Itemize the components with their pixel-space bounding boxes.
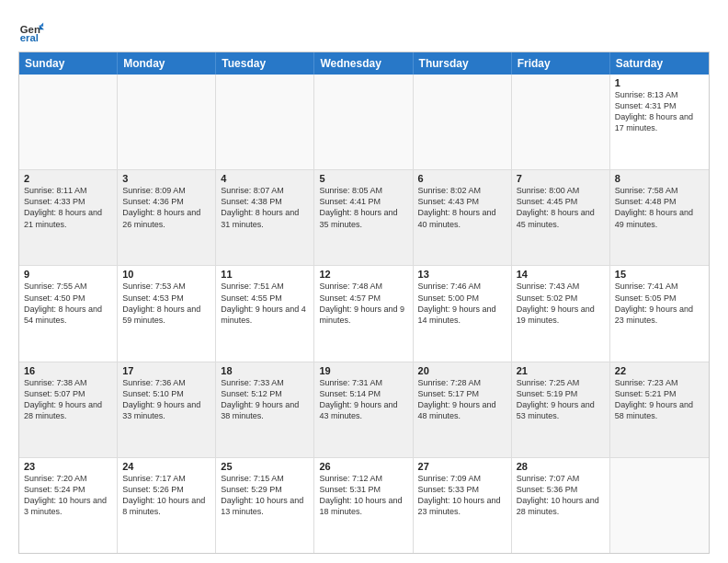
- cell-info: Sunrise: 7:55 AMSunset: 4:50 PMDaylight:…: [24, 281, 112, 326]
- cell-info: Sunrise: 7:31 AMSunset: 5:14 PMDaylight:…: [319, 377, 407, 422]
- day-number: 17: [122, 365, 210, 376]
- day-number: 8: [615, 173, 704, 184]
- logo: Gen eral: [18, 18, 46, 44]
- calendar-cell: 10Sunrise: 7:53 AMSunset: 4:53 PMDayligh…: [118, 266, 216, 361]
- day-number: 18: [221, 365, 309, 376]
- day-number: 22: [615, 365, 704, 376]
- calendar-week-row: 16Sunrise: 7:38 AMSunset: 5:07 PMDayligh…: [19, 362, 709, 457]
- day-number: 14: [517, 269, 605, 280]
- cell-info: Sunrise: 8:07 AMSunset: 4:38 PMDaylight:…: [221, 185, 309, 230]
- day-number: 24: [122, 461, 210, 472]
- calendar-cell: [314, 75, 413, 169]
- calendar-cell: 22Sunrise: 7:23 AMSunset: 5:21 PMDayligh…: [610, 362, 709, 457]
- calendar-cell: 17Sunrise: 7:36 AMSunset: 5:10 PMDayligh…: [118, 362, 216, 457]
- cell-info: Sunrise: 8:13 AMSunset: 4:31 PMDaylight:…: [615, 89, 704, 134]
- cell-info: Sunrise: 7:23 AMSunset: 5:21 PMDaylight:…: [615, 377, 704, 422]
- cell-info: Sunrise: 8:09 AMSunset: 4:36 PMDaylight:…: [122, 185, 210, 230]
- calendar-cell: 11Sunrise: 7:51 AMSunset: 4:55 PMDayligh…: [216, 266, 314, 361]
- calendar-cell: [19, 75, 118, 169]
- day-number: 7: [517, 173, 605, 184]
- day-number: 23: [24, 461, 112, 472]
- calendar-cell: 23Sunrise: 7:20 AMSunset: 5:24 PMDayligh…: [19, 458, 118, 553]
- day-number: 9: [24, 269, 112, 280]
- day-number: 6: [418, 173, 506, 184]
- day-number: 16: [24, 365, 112, 376]
- cell-info: Sunrise: 7:28 AMSunset: 5:17 PMDaylight:…: [418, 377, 506, 422]
- day-number: 27: [418, 461, 506, 472]
- cell-info: Sunrise: 7:07 AMSunset: 5:36 PMDaylight:…: [517, 473, 605, 518]
- calendar-cell: [216, 75, 314, 169]
- cell-info: Sunrise: 7:51 AMSunset: 4:55 PMDaylight:…: [221, 281, 309, 326]
- cell-info: Sunrise: 8:02 AMSunset: 4:43 PMDaylight:…: [418, 185, 506, 230]
- day-number: 3: [122, 173, 210, 184]
- calendar-cell: [512, 75, 610, 169]
- calendar-header-cell: Monday: [118, 52, 216, 75]
- calendar-cell: 18Sunrise: 7:33 AMSunset: 5:12 PMDayligh…: [216, 362, 314, 457]
- cell-info: Sunrise: 7:41 AMSunset: 5:05 PMDaylight:…: [615, 281, 704, 326]
- calendar-cell: 27Sunrise: 7:09 AMSunset: 5:33 PMDayligh…: [414, 458, 512, 553]
- cell-info: Sunrise: 7:48 AMSunset: 4:57 PMDaylight:…: [319, 281, 407, 326]
- calendar-cell: 14Sunrise: 7:43 AMSunset: 5:02 PMDayligh…: [512, 266, 610, 361]
- day-number: 5: [319, 173, 407, 184]
- cell-info: Sunrise: 7:38 AMSunset: 5:07 PMDaylight:…: [24, 377, 112, 422]
- day-number: 20: [418, 365, 506, 376]
- cell-info: Sunrise: 7:36 AMSunset: 5:10 PMDaylight:…: [122, 377, 210, 422]
- page-header: Gen eral: [18, 15, 710, 44]
- calendar-cell: 20Sunrise: 7:28 AMSunset: 5:17 PMDayligh…: [414, 362, 512, 457]
- cell-info: Sunrise: 7:12 AMSunset: 5:31 PMDaylight:…: [319, 473, 407, 518]
- calendar-cell: [118, 75, 216, 169]
- calendar-cell: 9Sunrise: 7:55 AMSunset: 4:50 PMDaylight…: [19, 266, 118, 361]
- calendar-cell: 2Sunrise: 8:11 AMSunset: 4:33 PMDaylight…: [19, 170, 118, 265]
- day-number: 21: [517, 365, 605, 376]
- cell-info: Sunrise: 7:43 AMSunset: 5:02 PMDaylight:…: [517, 281, 605, 326]
- calendar-cell: 1Sunrise: 8:13 AMSunset: 4:31 PMDaylight…: [610, 75, 709, 169]
- day-number: 28: [517, 461, 605, 472]
- cell-info: Sunrise: 8:11 AMSunset: 4:33 PMDaylight:…: [24, 185, 112, 230]
- calendar-week-row: 2Sunrise: 8:11 AMSunset: 4:33 PMDaylight…: [19, 169, 709, 265]
- calendar-cell: 5Sunrise: 8:05 AMSunset: 4:41 PMDaylight…: [314, 170, 413, 265]
- calendar-header-cell: Tuesday: [216, 52, 314, 75]
- calendar-header: SundayMondayTuesdayWednesdayThursdayFrid…: [19, 52, 709, 75]
- calendar-header-cell: Thursday: [414, 52, 512, 75]
- cell-info: Sunrise: 7:17 AMSunset: 5:26 PMDaylight:…: [122, 473, 210, 518]
- day-number: 1: [615, 77, 704, 88]
- calendar-cell: 15Sunrise: 7:41 AMSunset: 5:05 PMDayligh…: [610, 266, 709, 361]
- day-number: 25: [221, 461, 309, 472]
- day-number: 26: [319, 461, 407, 472]
- day-number: 12: [319, 269, 407, 280]
- calendar-cell: [610, 458, 709, 553]
- cell-info: Sunrise: 7:58 AMSunset: 4:48 PMDaylight:…: [615, 185, 704, 230]
- cell-info: Sunrise: 7:53 AMSunset: 4:53 PMDaylight:…: [122, 281, 210, 326]
- calendar-cell: 12Sunrise: 7:48 AMSunset: 4:57 PMDayligh…: [314, 266, 413, 361]
- calendar-cell: 13Sunrise: 7:46 AMSunset: 5:00 PMDayligh…: [414, 266, 512, 361]
- day-number: 10: [122, 269, 210, 280]
- calendar-grid: SundayMondayTuesdayWednesdayThursdayFrid…: [18, 52, 710, 554]
- calendar-week-row: 23Sunrise: 7:20 AMSunset: 5:24 PMDayligh…: [19, 457, 709, 553]
- calendar-header-cell: Saturday: [610, 52, 709, 75]
- day-number: 11: [221, 269, 309, 280]
- calendar-header-cell: Wednesday: [314, 52, 413, 75]
- cell-info: Sunrise: 7:25 AMSunset: 5:19 PMDaylight:…: [517, 377, 605, 422]
- svg-text:eral: eral: [20, 32, 39, 43]
- calendar-cell: 4Sunrise: 8:07 AMSunset: 4:38 PMDaylight…: [216, 170, 314, 265]
- cell-info: Sunrise: 7:46 AMSunset: 5:00 PMDaylight:…: [418, 281, 506, 326]
- calendar-cell: [414, 75, 512, 169]
- day-number: 19: [319, 365, 407, 376]
- calendar-header-cell: Friday: [512, 52, 610, 75]
- calendar-cell: 19Sunrise: 7:31 AMSunset: 5:14 PMDayligh…: [314, 362, 413, 457]
- calendar-week-row: 9Sunrise: 7:55 AMSunset: 4:50 PMDaylight…: [19, 265, 709, 361]
- day-number: 15: [615, 269, 704, 280]
- calendar-cell: 28Sunrise: 7:07 AMSunset: 5:36 PMDayligh…: [512, 458, 610, 553]
- day-number: 2: [24, 173, 112, 184]
- calendar-header-cell: Sunday: [19, 52, 118, 75]
- calendar-week-row: 1Sunrise: 8:13 AMSunset: 4:31 PMDaylight…: [19, 75, 709, 169]
- cell-info: Sunrise: 7:33 AMSunset: 5:12 PMDaylight:…: [221, 377, 309, 422]
- calendar-cell: 7Sunrise: 8:00 AMSunset: 4:45 PMDaylight…: [512, 170, 610, 265]
- calendar-cell: 6Sunrise: 8:02 AMSunset: 4:43 PMDaylight…: [414, 170, 512, 265]
- cell-info: Sunrise: 8:00 AMSunset: 4:45 PMDaylight:…: [517, 185, 605, 230]
- calendar-body: 1Sunrise: 8:13 AMSunset: 4:31 PMDaylight…: [19, 75, 709, 553]
- day-number: 4: [221, 173, 309, 184]
- cell-info: Sunrise: 8:05 AMSunset: 4:41 PMDaylight:…: [319, 185, 407, 230]
- calendar-cell: 8Sunrise: 7:58 AMSunset: 4:48 PMDaylight…: [610, 170, 709, 265]
- logo-icon: Gen eral: [18, 18, 44, 44]
